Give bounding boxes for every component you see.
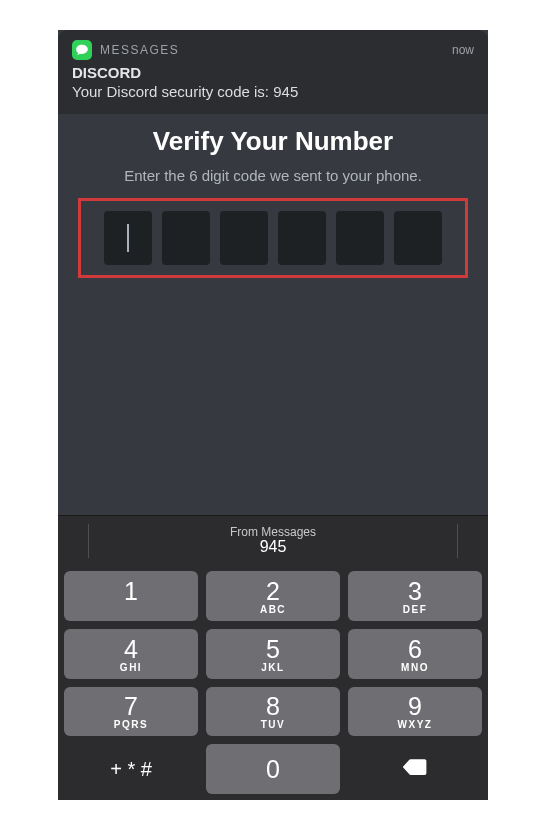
notification-time: now [452,43,474,57]
code-digit-5[interactable] [336,211,384,265]
keypad-key-1[interactable]: 1 [64,571,198,621]
keypad-digit: 0 [266,755,280,784]
keypad-key-0[interactable]: 0 [206,744,340,794]
autofill-suggestion[interactable]: From Messages 945 [230,525,316,556]
keypad-digit: 5 [266,635,280,664]
code-digit-4[interactable] [278,211,326,265]
keypad-letters: WXYZ [398,719,433,730]
keyboard-suggestion-bar: From Messages 945 [58,515,488,565]
keypad-digit: 3 [408,577,422,606]
keypad-key-5[interactable]: 5 JKL [206,629,340,679]
keypad-key-3[interactable]: 3 DEF [348,571,482,621]
keypad-key-8[interactable]: 8 TUV [206,687,340,737]
text-cursor [127,224,129,252]
autofill-value: 945 [230,538,316,556]
keypad-letters: PQRS [114,719,148,730]
code-digit-1[interactable] [104,211,152,265]
keypad-letters: GHI [120,662,142,673]
suggestion-divider [457,524,458,558]
keypad-key-7[interactable]: 7 PQRS [64,687,198,737]
keypad-digit: 1 [124,577,138,606]
keypad-key-2[interactable]: 2 ABC [206,571,340,621]
keypad-key-6[interactable]: 6 MNO [348,629,482,679]
messages-app-icon [72,40,92,60]
code-digit-3[interactable] [220,211,268,265]
keypad-digit: 9 [408,692,422,721]
keypad-key-4[interactable]: 4 GHI [64,629,198,679]
keypad-digit: 4 [124,635,138,664]
code-digit-6[interactable] [394,211,442,265]
code-input-highlight-box [78,198,468,278]
suggestion-divider [88,524,89,558]
keypad-key-backspace[interactable] [348,744,482,794]
code-digit-2[interactable] [162,211,210,265]
notification-body: Your Discord security code is: 945 [72,83,474,100]
backspace-icon [401,755,429,784]
notification-banner[interactable]: MESSAGES now DISCORD Your Discord securi… [58,30,488,114]
autofill-label: From Messages [230,525,316,539]
keypad-digit: 7 [124,692,138,721]
keypad-letters: MNO [401,662,429,673]
keypad-letters: ABC [260,604,286,615]
keypad-key-symbols[interactable]: + * # [64,744,198,794]
notification-app-label: MESSAGES [100,43,179,57]
keypad-letters: TUV [261,719,286,730]
keypad-digit: 6 [408,635,422,664]
page-subtitle: Enter the 6 digit code we sent to your p… [58,167,488,184]
keypad-letters: JKL [261,662,284,673]
numeric-keypad: 1 2 ABC 3 DEF 4 GHI 5 JKL 6 MNO 7 PQRS 8 [58,565,488,800]
phone-screen: MESSAGES now DISCORD Your Discord securi… [58,30,488,800]
keypad-digit: 8 [266,692,280,721]
keypad-digit: 2 [266,577,280,606]
keypad-symbols-label: + * # [110,758,152,781]
notification-header: MESSAGES now [72,40,474,60]
notification-sender: DISCORD [72,64,474,81]
keypad-key-9[interactable]: 9 WXYZ [348,687,482,737]
page-title: Verify Your Number [58,126,488,157]
keypad-letters: DEF [403,604,428,615]
